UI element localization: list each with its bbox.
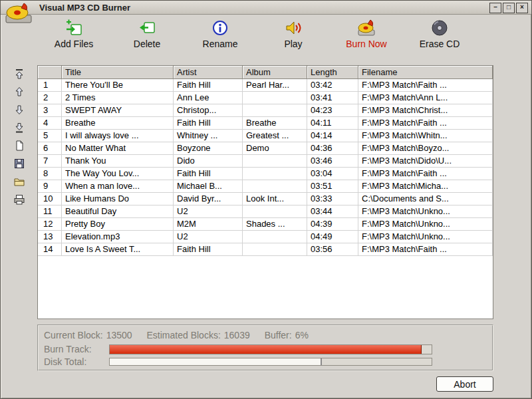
cell-title: No Matter What	[62, 142, 174, 155]
cell-length: 04:49	[307, 231, 358, 243]
table-row[interactable]: 5I will always love ...Whitney ...Greate…	[38, 130, 493, 142]
cell-album	[243, 205, 307, 218]
disk-total-label: Disk Total:	[44, 356, 109, 367]
track-list: 1There You'll BeFaith HillPearl Har...03…	[38, 79, 493, 319]
cell-album: Shades ...	[243, 218, 307, 231]
cell-file: F:\MP3 Match\Unkno...	[358, 218, 493, 231]
maximize-button[interactable]: □	[503, 3, 515, 13]
toolbar: Add Files Delete Rename	[1, 15, 531, 53]
cell-artist: Faith Hill	[174, 243, 243, 256]
erase-cd-button[interactable]: Erase CD	[405, 19, 474, 49]
table-row[interactable]: 1There You'll BeFaith HillPearl Har...03…	[38, 79, 493, 92]
content-area: Title Artist Album Length Filename 1Ther…	[37, 65, 493, 392]
move-up-button[interactable]	[12, 84, 27, 99]
table-row[interactable]: 7Thank YouDido03:46F:\MP3 Match\Dido\U..…	[38, 155, 493, 168]
track-table: Title Artist Album Length Filename 1Ther…	[37, 65, 493, 319]
cell-num: 9	[38, 180, 62, 193]
play-speaker-icon	[284, 19, 303, 37]
cell-num: 10	[38, 193, 62, 205]
table-row[interactable]: 22 TimesAnn Lee03:41F:\MP3 Match\Ann L..…	[38, 92, 493, 104]
cell-artist: Ann Lee	[174, 92, 243, 104]
column-header-artist[interactable]: Artist	[174, 66, 243, 79]
rename-button[interactable]: Rename	[186, 19, 255, 49]
add-files-icon	[65, 19, 83, 37]
column-header-num[interactable]	[38, 66, 62, 79]
cell-length: 03:44	[307, 205, 358, 218]
cell-num: 11	[38, 205, 62, 218]
current-block-value: 13500	[106, 330, 132, 340]
cell-artist: M2M	[174, 218, 243, 231]
cell-artist: U2	[174, 231, 243, 243]
move-top-button[interactable]	[12, 66, 27, 81]
disk-total-fill	[110, 358, 322, 365]
minimize-button[interactable]: –	[489, 3, 501, 13]
table-row[interactable]: 3SWEPT AWAYChristop...04:23F:\MP3 Match\…	[38, 104, 493, 117]
column-header-title[interactable]: Title	[62, 66, 174, 79]
save-floppy-icon	[13, 158, 25, 170]
table-row[interactable]: 14Love Is A Sweet T...Faith Hill03:56F:\…	[38, 243, 493, 256]
cell-length: 03:46	[307, 155, 358, 168]
move-bottom-icon	[13, 122, 25, 134]
print-button[interactable]	[12, 192, 27, 207]
close-button[interactable]: ×	[516, 3, 528, 13]
cell-title: There You'll Be	[62, 79, 174, 92]
print-icon	[13, 194, 25, 205]
cell-num: 14	[38, 243, 62, 256]
table-row[interactable]: 10Like Humans DoDavid Byr...Look Int...0…	[38, 193, 493, 205]
cell-length: 04:36	[307, 142, 358, 155]
open-folder-button[interactable]	[12, 174, 27, 189]
play-label: Play	[284, 39, 302, 49]
table-row[interactable]: 11Beautiful DayU203:44F:\MP3 Match\Unkno…	[38, 205, 493, 218]
main-area: Title Artist Album Length Filename 1Ther…	[1, 65, 531, 392]
cell-artist: Whitney ...	[174, 130, 243, 142]
cell-file: F:\MP3 Match\Micha...	[358, 180, 493, 193]
cell-length: 04:39	[307, 218, 358, 231]
cell-artist: Faith Hill	[174, 117, 243, 130]
cell-title: Elevation.mp3	[62, 231, 174, 243]
titlebar[interactable]: Visual MP3 CD Burner – □ ×	[1, 1, 531, 15]
burn-track-progressbar	[109, 344, 432, 354]
cell-file: F:\MP3 Match\Whitn...	[358, 130, 493, 142]
cell-album	[243, 92, 307, 104]
cell-title: Breathe	[62, 117, 174, 130]
table-row[interactable]: 4BreatheFaith HillBreathe04:11F:\MP3 Mat…	[38, 117, 493, 130]
cell-title: The Way You Lov...	[62, 168, 174, 180]
add-files-button[interactable]: Add Files	[39, 19, 108, 49]
rename-info-icon	[211, 19, 229, 37]
table-row[interactable]: 6No Matter WhatBoyzoneDemo04:36F:\MP3 Ma…	[38, 142, 493, 155]
play-button[interactable]: Play	[259, 19, 328, 49]
save-button[interactable]	[12, 156, 27, 171]
app-icon	[4, 1, 33, 25]
column-header-length[interactable]: Length	[307, 66, 358, 79]
column-header-filename[interactable]: Filename	[358, 66, 493, 79]
table-row[interactable]: 9When a man love...Michael B...03:51F:\M…	[38, 180, 493, 193]
block-status-line: Current Block:13500 Estimated Blocks:160…	[44, 329, 487, 342]
new-document-icon	[13, 140, 25, 152]
column-header-album[interactable]: Album	[243, 66, 307, 79]
cell-num: 7	[38, 155, 62, 168]
burn-now-button[interactable]: Burn Now	[332, 19, 401, 49]
delete-button[interactable]: Delete	[112, 19, 182, 49]
cell-length: 03:42	[307, 79, 358, 92]
move-top-icon	[13, 68, 25, 80]
cell-album: Breathe	[243, 117, 307, 130]
abort-button[interactable]: Abort	[436, 376, 493, 392]
table-row[interactable]: 12Pretty BoyM2MShades ...04:39F:\MP3 Mat…	[38, 218, 493, 231]
estimated-blocks-value: 16039	[224, 330, 250, 340]
cell-num: 1	[38, 79, 62, 92]
rename-label: Rename	[203, 39, 238, 49]
cell-album: Demo	[243, 142, 307, 155]
cell-artist: David Byr...	[174, 193, 243, 205]
table-row[interactable]: 13Elevation.mp3U204:49F:\MP3 Match\Unkno…	[38, 231, 493, 243]
estimated-blocks-label: Estimated Blocks:	[147, 330, 221, 340]
cell-file: F:\MP3 Match\Faith ...	[358, 168, 493, 180]
cell-title: Like Humans Do	[62, 193, 174, 205]
move-down-button[interactable]	[12, 102, 27, 117]
cell-title: Pretty Boy	[62, 218, 174, 231]
move-bottom-button[interactable]	[12, 120, 27, 135]
app-window: Visual MP3 CD Burner – □ × Add Files	[0, 0, 532, 399]
table-row[interactable]: 8The Way You Lov...Faith Hill03:04F:\MP3…	[38, 168, 493, 180]
cell-album	[243, 243, 307, 256]
new-file-button[interactable]	[12, 138, 27, 153]
cell-length: 04:23	[307, 104, 358, 117]
